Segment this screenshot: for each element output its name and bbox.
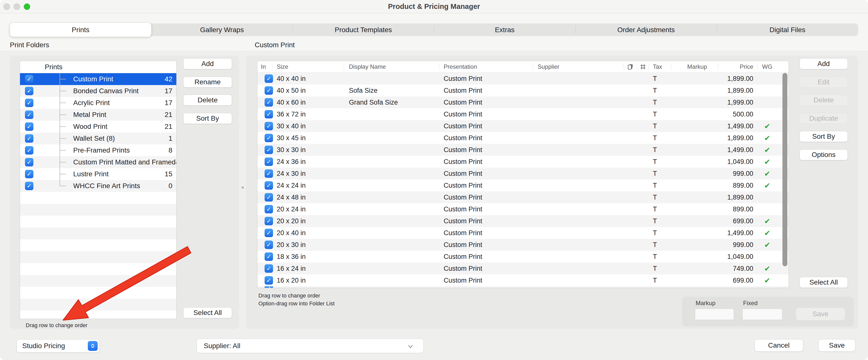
folder-row[interactable]: ✓ Acrylic Print 17 <box>20 97 176 109</box>
table-row[interactable]: ✓ 18 x 36 in Custom Print T 1,049.00 ✔ <box>257 251 788 263</box>
row-checkbox[interactable]: ✓ <box>265 86 273 95</box>
folder-rename-button[interactable]: Rename <box>183 77 232 88</box>
folder-checkbox[interactable]: ✓ <box>25 110 33 119</box>
table-row[interactable]: ✓ 20 x 40 in Custom Print T 1,499.00 ✔ <box>257 227 788 239</box>
pricing-preset-select[interactable]: Studio Pricing <box>17 339 100 353</box>
row-checkbox[interactable]: ✓ <box>265 122 273 130</box>
folder-row[interactable]: ✓ Custom Print Matted and Framed 42 <box>20 156 176 168</box>
row-checkbox[interactable]: ✓ <box>265 134 273 142</box>
frame-icon[interactable] <box>637 61 649 72</box>
row-checkbox[interactable]: ✓ <box>265 74 273 83</box>
close-button[interactable] <box>3 3 10 10</box>
supplier-filter-select[interactable]: Supplier: All <box>196 339 424 353</box>
tab[interactable]: Order Adjustments <box>576 24 717 36</box>
table-row[interactable]: ✓ 40 x 60 in Grand Sofa Size Custom Prin… <box>257 96 788 108</box>
folder-checkbox[interactable]: ✓ <box>25 158 33 166</box>
table-row[interactable]: ✓ 16 x 20 in Custom Print T 699.00 ✔ <box>257 274 788 286</box>
scrollbar-thumb[interactable] <box>782 73 787 266</box>
header-tax[interactable]: Tax <box>649 61 671 72</box>
tab[interactable]: Gallery Wraps <box>151 24 293 36</box>
row-checkbox[interactable]: ✓ <box>265 253 273 261</box>
table-row[interactable]: ✓ 24 x 24 in Custom Print T 899.00 ✔ <box>257 179 788 191</box>
table-row[interactable]: ✓ 20 x 20 in Custom Print T 699.00 ✔ <box>257 215 788 227</box>
product-add-button[interactable]: Add <box>800 58 848 69</box>
header-display-name[interactable]: Display Name <box>344 61 439 72</box>
folder-row[interactable]: ✓ Metal Print 21 <box>20 109 176 121</box>
folder-row[interactable]: ✓ Bonded Canvas Print 17 <box>20 85 176 97</box>
copies-icon[interactable] <box>623 61 637 72</box>
folder-checkbox[interactable]: ✓ <box>25 122 33 131</box>
panel-splitter-handle[interactable] <box>242 187 244 189</box>
row-checkbox[interactable]: ✓ <box>265 276 273 285</box>
zoom-button[interactable] <box>24 3 30 10</box>
table-row[interactable]: ✓ 24 x 30 in Custom Print T 999.00 ✔ <box>257 168 788 179</box>
product-delete-button[interactable]: Delete <box>800 95 848 106</box>
row-checkbox[interactable]: ✓ <box>265 286 273 288</box>
table-row[interactable]: ✓ 40 x 50 in Sofa Size Custom Print T 1,… <box>257 85 788 96</box>
header-supplier[interactable]: Supplier <box>533 61 623 72</box>
tab[interactable]: Prints <box>10 23 151 37</box>
markup-input[interactable] <box>695 308 734 320</box>
folder-row[interactable]: ✓ Custom Print 42 <box>20 73 176 85</box>
table-row[interactable]: ✓ 20 x 24 in Custom Print T 899.00 ✔ <box>257 203 788 215</box>
folder-checkbox[interactable]: ✓ <box>25 75 33 83</box>
folder-checkbox[interactable]: ✓ <box>25 146 33 155</box>
row-checkbox[interactable]: ✓ <box>265 229 273 237</box>
folder-checkbox[interactable]: ✓ <box>25 87 33 95</box>
tab[interactable]: Extras <box>434 24 576 36</box>
folder-row[interactable]: ✓ Pre-Framed Prints 8 <box>20 144 176 156</box>
header-presentation[interactable]: Presentation <box>439 61 533 72</box>
cancel-button[interactable]: Cancel <box>754 339 803 352</box>
table-row[interactable]: ✓ 36 x 72 in Custom Print T 500.00 ✔ <box>257 108 788 120</box>
header-in[interactable]: In <box>257 61 272 72</box>
adjust-save-button[interactable]: Save <box>796 307 845 321</box>
row-checkbox[interactable]: ✓ <box>265 110 273 119</box>
table-row[interactable]: ✓ 30 x 40 in Custom Print T 1,499.00 ✔ <box>257 120 788 132</box>
row-checkbox[interactable]: ✓ <box>265 158 273 166</box>
folder-row[interactable]: ✓ Wallet Set (8) 1 <box>20 133 176 144</box>
product-selectall-button[interactable]: Select All <box>800 277 848 288</box>
folder-sortby-button[interactable]: Sort By <box>183 113 232 124</box>
save-button[interactable]: Save <box>818 339 856 352</box>
product-duplicate-button[interactable]: Duplicate <box>800 113 848 124</box>
row-checkbox[interactable]: ✓ <box>265 217 273 225</box>
folder-checkbox[interactable]: ✓ <box>25 170 33 178</box>
table-row[interactable]: ✓ 30 x 45 in Custom Print T 1,899.00 ✔ <box>257 132 788 144</box>
table-row[interactable]: ✓ 24 x 36 in Custom Print T 1,049.00 ✔ <box>257 156 788 168</box>
row-checkbox[interactable]: ✓ <box>265 264 273 273</box>
row-checkbox[interactable]: ✓ <box>265 169 273 178</box>
row-checkbox[interactable]: ✓ <box>265 98 273 106</box>
row-checkbox[interactable]: ✓ <box>265 240 273 249</box>
product-edit-button[interactable]: Edit <box>800 77 848 88</box>
folder-checkbox[interactable]: ✓ <box>25 134 33 143</box>
row-checkbox[interactable]: ✓ <box>265 205 273 214</box>
folder-delete-button[interactable]: Delete <box>183 95 232 106</box>
table-scrollbar[interactable] <box>782 73 787 285</box>
table-row[interactable]: ✓ 16 x 24 in Custom Print T 749.00 ✔ <box>257 263 788 274</box>
table-row[interactable]: ✓ 40 x 40 in Custom Print T 1,899.00 ✔ <box>257 73 788 85</box>
header-size[interactable]: Size <box>272 61 344 72</box>
header-markup[interactable]: Markup <box>671 61 718 72</box>
folder-row[interactable]: ✓ Wood Print 21 <box>20 121 176 133</box>
row-checkbox[interactable]: ✓ <box>265 193 273 201</box>
product-sortby-button[interactable]: Sort By <box>800 131 848 142</box>
row-checkbox[interactable]: ✓ <box>265 181 273 190</box>
folder-row[interactable]: ✓ WHCC Fine Art Prints 0 <box>20 180 176 192</box>
minimize-button[interactable] <box>13 3 20 10</box>
tab[interactable]: Digital Files <box>717 24 858 36</box>
folder-row[interactable]: ✓ Lustre Print 15 <box>20 168 176 180</box>
header-wg[interactable]: WG <box>758 61 777 72</box>
folder-checkbox[interactable]: ✓ <box>25 99 33 107</box>
folder-checkbox[interactable]: ✓ <box>25 182 33 190</box>
table-row[interactable]: ✓ 24 x 48 in Custom Print T 1,899.00 ✔ <box>257 191 788 203</box>
header-price[interactable]: Price <box>718 61 758 72</box>
table-row[interactable]: ✓ ✔ <box>257 286 788 288</box>
fixed-input[interactable] <box>742 308 782 320</box>
folder-add-button[interactable]: Add <box>183 58 232 69</box>
row-checkbox[interactable]: ✓ <box>265 145 273 154</box>
table-row[interactable]: ✓ 20 x 30 in Custom Print T 999.00 ✔ <box>257 239 788 251</box>
table-row[interactable]: ✓ 30 x 30 in Custom Print T 1,499.00 ✔ <box>257 144 788 156</box>
product-options-button[interactable]: Options <box>800 149 848 160</box>
tab[interactable]: Product Templates <box>292 24 434 36</box>
folder-selectall-button[interactable]: Select All <box>183 307 232 318</box>
